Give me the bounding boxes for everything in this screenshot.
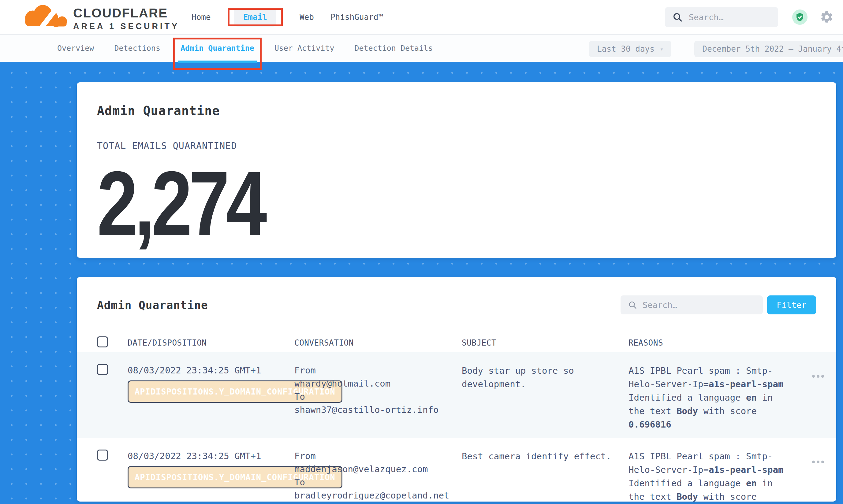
conversation-cell: From maddenjason@velazquez.com To bradle…: [294, 450, 462, 502]
time-range-dropdown[interactable]: Last 30 days ▾: [589, 41, 671, 57]
date-range-display[interactable]: December 5th 2022 — January 4th 2023: [694, 41, 843, 57]
global-search-placeholder: Search…: [689, 13, 724, 22]
row-checkbox[interactable]: [97, 450, 108, 461]
brand-word: CLOUDFLARE: [73, 7, 168, 20]
from-address: whardy@hotmail.com: [294, 377, 462, 390]
settings-button[interactable]: [820, 10, 834, 24]
row-actions-menu[interactable]: [800, 457, 836, 466]
search-icon: [628, 300, 637, 309]
row-actions-menu[interactable]: [800, 372, 836, 381]
conversation-cell: From whardy@hotmail.com To shawn37@casti…: [294, 364, 462, 416]
select-all-checkbox[interactable]: [97, 337, 108, 347]
to-address: shawn37@castillo-ortiz.info: [294, 403, 462, 416]
metric-value: 2,274: [97, 167, 264, 239]
table-row[interactable]: 08/03/2022 23:34:25 GMT+1 APIDISPOSITION…: [77, 438, 836, 502]
cloudflare-cloud-icon: [17, 2, 69, 32]
from-label: From: [294, 364, 462, 377]
top-nav-phishguard[interactable]: PhishGuard™: [331, 13, 383, 22]
filter-button[interactable]: Filter: [767, 295, 816, 314]
top-nav-home[interactable]: Home: [192, 13, 211, 22]
summary-card-title: Admin Quarantine: [97, 104, 816, 118]
brand-subtitle: AREA 1 SECURITY: [73, 22, 179, 31]
from-address: maddenjason@velazquez.com: [294, 463, 462, 476]
app-header: CLOUDFLARE AREA 1 SECURITY Home Email We…: [0, 0, 843, 35]
quarantine-table-card: Admin Quarantine Search… Filter DATE/DIS…: [77, 277, 836, 502]
gear-icon: [820, 10, 834, 24]
top-nav-email[interactable]: Email: [234, 8, 276, 26]
table-card-title: Admin Quarantine: [97, 299, 620, 311]
top-nav-web[interactable]: Web: [300, 13, 314, 22]
row-date: 08/03/2022 23:34:25 GMT+1: [128, 364, 294, 377]
global-search-input[interactable]: Search…: [665, 7, 778, 27]
subject-cell: Body star up store so development.: [462, 364, 629, 391]
tab-user-activity[interactable]: User Activity: [275, 35, 334, 62]
subject-cell: Best camera identify effect.: [462, 450, 629, 463]
row-date: 08/03/2022 23:34:25 GMT+1: [128, 450, 294, 463]
page-background: Admin Quarantine TOTAL EMAILS QUARANTINE…: [0, 62, 843, 504]
search-icon: [672, 12, 683, 22]
row-checkbox[interactable]: [97, 364, 108, 375]
tab-overview[interactable]: Overview: [57, 35, 94, 62]
caret-down-icon: ▾: [660, 46, 663, 52]
top-nav: Home Email Web PhishGuard™: [192, 13, 383, 22]
security-status-badge[interactable]: [792, 10, 808, 25]
reasons-cell: A1S IPBL Pearl spam : Smtp-Helo-Server-I…: [629, 364, 800, 431]
from-label: From: [294, 450, 462, 463]
to-label: To: [294, 476, 462, 489]
col-subject: SUBJECT: [462, 338, 629, 347]
tab-admin-quarantine[interactable]: Admin Quarantine: [180, 35, 254, 62]
table-search-input[interactable]: Search…: [620, 295, 763, 314]
reasons-cell: A1S IPBL Pearl spam : Smtp-Helo-Server-I…: [629, 450, 800, 502]
active-tab-indicator: [178, 60, 257, 63]
col-conversation: CONVERSATION: [294, 338, 462, 347]
col-date-disposition: DATE/DISPOSITION: [128, 338, 294, 347]
table-search-placeholder: Search…: [643, 300, 678, 310]
shield-check-icon: [795, 12, 805, 22]
col-reasons: REASONS: [629, 338, 800, 347]
metric-label: TOTAL EMAILS QUARANTINED: [97, 140, 816, 151]
to-label: To: [294, 390, 462, 403]
table-row[interactable]: 08/03/2022 23:34:25 GMT+1 APIDISPOSITION…: [77, 352, 836, 438]
quarantine-summary-card: Admin Quarantine TOTAL EMAILS QUARANTINE…: [77, 82, 836, 258]
tab-detection-details[interactable]: Detection Details: [354, 35, 433, 62]
table-header-row: DATE/DISPOSITION CONVERSATION SUBJECT RE…: [77, 330, 836, 352]
cloudflare-logo[interactable]: CLOUDFLARE AREA 1 SECURITY: [17, 2, 179, 32]
tab-detections[interactable]: Detections: [114, 35, 160, 62]
to-address: bradleyrodriguez@copeland.net: [294, 489, 462, 502]
